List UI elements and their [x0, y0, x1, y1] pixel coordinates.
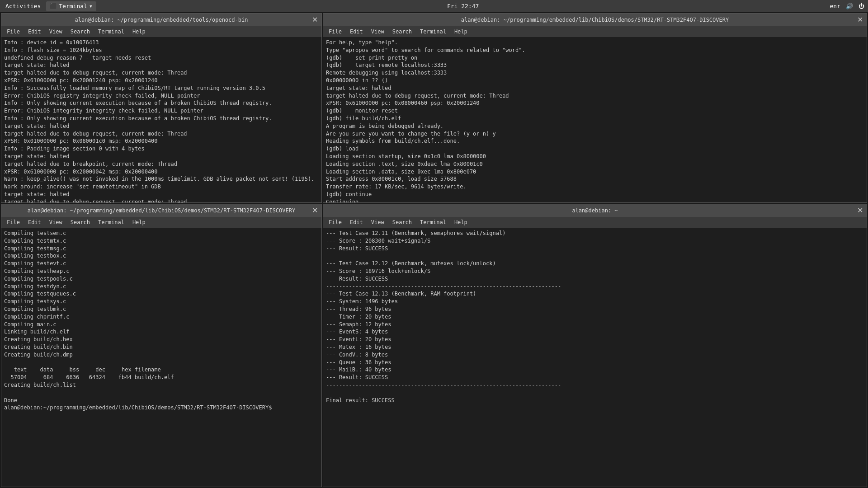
menu-view-1[interactable]: View: [46, 28, 66, 36]
menu-search-4[interactable]: Search: [389, 218, 415, 226]
menu-edit-4[interactable]: Edit: [346, 218, 367, 226]
menu-search-3[interactable]: Search: [67, 218, 94, 226]
terminal-content-1[interactable]: Info : device id = 0x10076413 Info : fla…: [1, 37, 321, 202]
menubar-2: File Edit View Search Terminal Help: [323, 26, 867, 37]
menu-help-2[interactable]: Help: [451, 28, 471, 36]
title-4: alan@debian: ~: [572, 207, 618, 214]
menu-file-2[interactable]: File: [325, 28, 345, 36]
menubar-3: File Edit View Search Terminal Help: [1, 217, 321, 228]
menu-view-2[interactable]: View: [368, 28, 388, 36]
menu-help-3[interactable]: Help: [129, 218, 149, 226]
main-area: alan@debian: ~/programming/embedded/tool…: [0, 12, 868, 488]
title-2: alan@debian: ~/programming/embedded/lib/…: [461, 17, 729, 23]
menu-search-1[interactable]: Search: [67, 28, 94, 36]
terminal-label: Terminal: [59, 3, 87, 9]
titlebar-1: alan@debian: ~/programming/embedded/tool…: [1, 14, 321, 26]
clock: Fri 22:47: [447, 3, 479, 9]
menu-help-1[interactable]: Help: [129, 28, 149, 36]
topbar: Activities ⬛ Terminal ▾ Fri 22:47 en↑ 🔊 …: [0, 0, 868, 12]
activities-button[interactable]: Activities: [4, 3, 42, 9]
menu-view-3[interactable]: View: [46, 218, 66, 226]
menu-help-4[interactable]: Help: [451, 218, 471, 226]
close-button-1[interactable]: ✕: [311, 16, 319, 24]
menubar-4: File Edit View Search Terminal Help: [323, 217, 867, 228]
terminal-content-4[interactable]: --- Test Case 12.11 (Benchmark, semaphor…: [323, 228, 867, 487]
terminal-window-3: alan@debian: ~/programming/embedded/lib/…: [1, 204, 322, 487]
menu-terminal-4[interactable]: Terminal: [416, 218, 450, 226]
language-indicator[interactable]: en↑: [830, 3, 840, 9]
power-icon[interactable]: ⏻: [859, 3, 864, 9]
terminal-content-2[interactable]: For help, type "help". Type "apropos wor…: [323, 37, 867, 202]
menu-terminal-3[interactable]: Terminal: [94, 218, 128, 226]
menu-edit-1[interactable]: Edit: [24, 28, 45, 36]
menu-terminal-1[interactable]: Terminal: [94, 28, 128, 36]
titlebar-4: alan@debian: ~ ✕: [323, 204, 867, 217]
close-button-4[interactable]: ✕: [856, 206, 864, 215]
terminal-icon: ⬛: [50, 3, 57, 9]
titlebar-3: alan@debian: ~/programming/embedded/lib/…: [1, 204, 321, 217]
terminal-content-3[interactable]: Compiling testsem.c Compiling testmtx.c …: [1, 228, 321, 487]
close-button-2[interactable]: ✕: [856, 16, 864, 24]
terminal-window-1: alan@debian: ~/programming/embedded/tool…: [1, 13, 322, 203]
menu-search-2[interactable]: Search: [389, 28, 415, 36]
menu-edit-3[interactable]: Edit: [24, 218, 45, 226]
menu-edit-2[interactable]: Edit: [346, 28, 367, 36]
volume-icon[interactable]: 🔊: [846, 3, 853, 9]
menu-file-1[interactable]: File: [3, 28, 24, 36]
titlebar-2: alan@debian: ~/programming/embedded/lib/…: [323, 14, 867, 26]
menu-view-4[interactable]: View: [368, 218, 388, 226]
title-3: alan@debian: ~/programming/embedded/lib/…: [28, 207, 295, 214]
terminal-taskbar-button[interactable]: ⬛ Terminal ▾: [46, 1, 96, 11]
title-1: alan@debian: ~/programming/embedded/tool…: [75, 17, 248, 23]
menu-terminal-2[interactable]: Terminal: [416, 28, 450, 36]
terminal-window-4: alan@debian: ~ ✕ File Edit View Search T…: [323, 204, 867, 487]
menu-file-3[interactable]: File: [3, 218, 24, 226]
close-button-3[interactable]: ✕: [311, 206, 319, 215]
menu-file-4[interactable]: File: [325, 218, 345, 226]
chevron-down-icon: ▾: [89, 3, 93, 9]
menubar-1: File Edit View Search Terminal Help: [1, 26, 321, 37]
terminal-window-2: alan@debian: ~/programming/embedded/lib/…: [323, 13, 867, 203]
